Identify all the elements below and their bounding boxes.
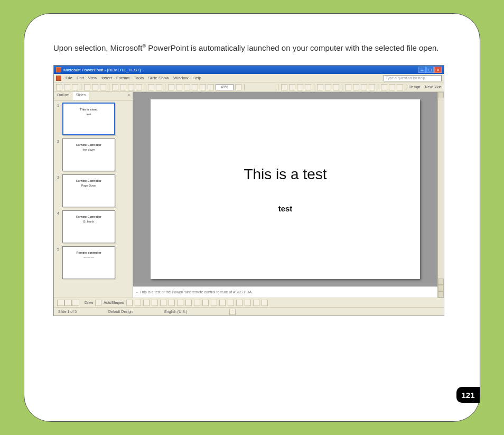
shadow-style-icon[interactable] xyxy=(253,300,259,306)
menu-format[interactable]: Format xyxy=(116,76,129,80)
grayscale-icon[interactable] xyxy=(208,84,214,90)
font-color2-icon[interactable] xyxy=(219,300,226,306)
maximize-button[interactable]: □ xyxy=(426,67,434,73)
bullet-list-icon[interactable] xyxy=(353,84,359,90)
intro-paragraph: Upon selection, Microsoft® PowerPoint is… xyxy=(53,43,464,53)
zoom-box[interactable]: 49% xyxy=(216,84,234,90)
3d-style-icon[interactable] xyxy=(262,300,268,306)
increase-indent-icon[interactable] xyxy=(389,84,395,90)
preview-icon[interactable] xyxy=(92,84,98,90)
textbox-icon[interactable] xyxy=(160,300,166,306)
redo-icon[interactable] xyxy=(156,84,162,90)
tab-outline[interactable]: Outline xyxy=(54,92,72,100)
format-painter-icon[interactable] xyxy=(136,84,142,90)
oval-icon[interactable] xyxy=(152,300,158,306)
clipart-icon[interactable] xyxy=(185,300,192,306)
align-right-icon[interactable] xyxy=(333,84,339,90)
normal-view-icon[interactable] xyxy=(57,300,64,306)
slide-thumbnail[interactable]: Remote Controller line down xyxy=(62,138,115,171)
align-center-icon[interactable] xyxy=(325,84,331,90)
scroll-track[interactable] xyxy=(438,98,444,279)
line-color-icon[interactable] xyxy=(211,300,217,306)
open-icon[interactable] xyxy=(64,84,70,90)
design-link[interactable]: Design xyxy=(409,85,421,89)
close-button[interactable]: × xyxy=(434,67,442,73)
slide-thumbnail[interactable]: Remote Controller B: blank xyxy=(62,210,115,243)
scroll-up-icon[interactable] xyxy=(438,92,444,98)
help-question-input[interactable]: Type a question for help xyxy=(384,75,442,81)
menu-view[interactable]: View xyxy=(88,76,97,80)
menu-edit[interactable]: Edit xyxy=(77,76,84,80)
autoshapes-menu[interactable]: AutoShapes xyxy=(104,301,124,304)
draw-menu[interactable]: Draw xyxy=(85,301,93,304)
powerpoint-screenshot: Microsoft PowerPoint - [REMOTE_TEST] – □… xyxy=(53,65,444,316)
chart-icon[interactable] xyxy=(168,84,174,90)
notes-pane[interactable]: • This is a test of the PowerPoint remot… xyxy=(133,286,437,298)
expand-icon[interactable] xyxy=(200,84,206,90)
new-icon[interactable] xyxy=(56,84,62,90)
align-left-icon[interactable] xyxy=(317,84,323,90)
numbered-list-icon[interactable] xyxy=(345,84,351,90)
vertical-scrollbar[interactable] xyxy=(437,92,444,298)
wordart-icon[interactable] xyxy=(169,300,175,306)
thumb-number: 4 xyxy=(57,210,60,243)
notes-text: This is a test of the PowerPoint remote … xyxy=(139,290,253,294)
menu-help[interactable]: Help xyxy=(192,76,201,80)
menu-insert[interactable]: Insert xyxy=(101,76,112,80)
slide-thumbnail[interactable]: Remote controller --- --- --- xyxy=(62,246,115,279)
status-spell-icon[interactable] xyxy=(229,309,236,315)
undo-icon[interactable] xyxy=(148,84,154,90)
prev-slide-icon[interactable] xyxy=(438,285,444,291)
decrease-font-icon[interactable] xyxy=(369,84,375,90)
line-icon[interactable] xyxy=(126,300,133,306)
menu-slideshow[interactable]: Slide Show xyxy=(148,76,169,80)
intro-text-a: Upon selection, Microsoft xyxy=(53,43,142,52)
current-slide[interactable]: This is a test test xyxy=(151,99,420,279)
cut-icon[interactable] xyxy=(112,84,118,90)
font-color-icon[interactable] xyxy=(397,84,403,90)
rectangle-icon[interactable] xyxy=(143,300,150,306)
spell-icon[interactable] xyxy=(100,84,106,90)
sorter-view-icon[interactable] xyxy=(64,300,72,306)
panel-close-icon[interactable]: × xyxy=(125,92,133,100)
line-style-icon[interactable] xyxy=(228,300,234,306)
menu-file[interactable]: File xyxy=(66,76,72,80)
select-icon[interactable] xyxy=(95,300,101,306)
menu-window[interactable]: Window xyxy=(173,76,188,80)
underline-icon[interactable] xyxy=(297,84,303,90)
table-icon[interactable] xyxy=(176,84,182,90)
tables-borders-icon[interactable] xyxy=(184,84,190,90)
shadow-icon[interactable] xyxy=(305,84,311,90)
status-language: English (U.S.) xyxy=(164,310,187,313)
thumb-sub: --- --- --- xyxy=(83,256,94,260)
status-slide-count: Slide 1 of 5 xyxy=(58,310,77,313)
fill-color-icon[interactable] xyxy=(202,300,209,306)
minimize-button[interactable]: – xyxy=(418,67,426,73)
dash-style-icon[interactable] xyxy=(236,300,242,306)
slide-thumbnail[interactable]: This is a test test xyxy=(62,103,115,135)
new-slide-link[interactable]: New Slide xyxy=(425,85,442,89)
picture-icon[interactable] xyxy=(194,300,200,306)
next-slide-icon[interactable] xyxy=(438,291,444,298)
slide-thumbnail[interactable]: Remote Controller Page Down xyxy=(62,174,115,207)
help-icon[interactable] xyxy=(235,84,241,90)
print-icon[interactable] xyxy=(84,84,90,90)
thumb-sub: test xyxy=(87,113,91,116)
bold-icon[interactable] xyxy=(281,84,287,90)
slideshow-view-icon[interactable] xyxy=(72,300,79,306)
arrow-style-icon[interactable] xyxy=(245,300,251,306)
tab-slides[interactable]: Slides xyxy=(72,92,89,100)
decrease-indent-icon[interactable] xyxy=(381,84,387,90)
arrow-icon[interactable] xyxy=(135,300,141,306)
copy-icon[interactable] xyxy=(120,84,126,90)
panel-tabs: Outline Slides × xyxy=(54,92,133,100)
scroll-down-icon[interactable] xyxy=(438,279,444,285)
italic-icon[interactable] xyxy=(289,84,295,90)
paste-icon[interactable] xyxy=(128,84,134,90)
hyperlink-icon[interactable] xyxy=(192,84,198,90)
save-icon[interactable] xyxy=(72,84,78,90)
increase-font-icon[interactable] xyxy=(361,84,367,90)
thumb-title: Remote Controller xyxy=(76,143,101,147)
diagram-icon[interactable] xyxy=(177,300,183,306)
menu-tools[interactable]: Tools xyxy=(134,76,144,80)
